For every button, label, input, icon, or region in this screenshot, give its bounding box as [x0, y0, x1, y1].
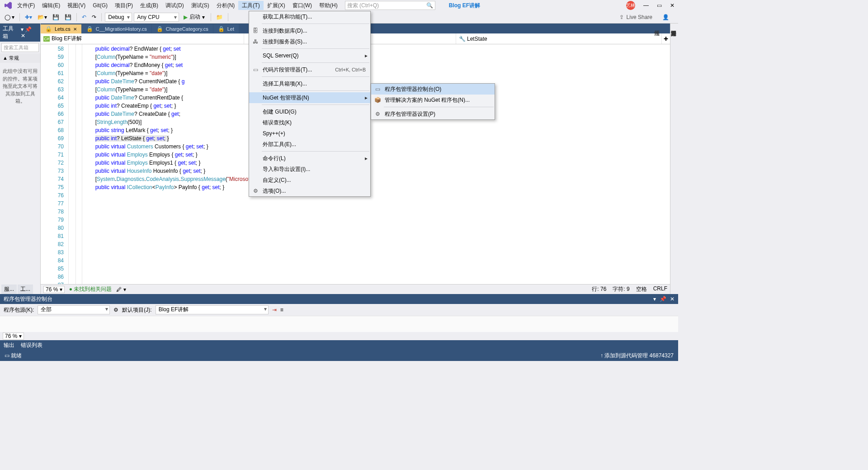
toolbox-bottom-tabs: 服... 工... [0, 284, 40, 294]
menu-分析(N)[interactable]: 分析(N) [213, 1, 239, 10]
list-icon[interactable]: ≡ [280, 307, 283, 313]
tools-命令行(L)[interactable]: 命令行(L)▸ [249, 153, 370, 164]
redo-button[interactable]: ↷ [90, 13, 98, 21]
menu-编辑(E)[interactable]: 编辑(E) [38, 1, 64, 10]
db-icon: 🗄 [252, 28, 259, 34]
pkg-zoom[interactable]: 76 % ▾ [3, 332, 24, 340]
pkg-console-header: 程序包管理器控制台 ▾📌✕ [0, 294, 678, 304]
search-icon: 🔍 [426, 2, 433, 9]
solution-explorer-collapsed[interactable]: 解决方案资源管理器 [670, 26, 677, 291]
status-icon: ▭ [5, 352, 9, 359]
new-item-button[interactable]: ✚▾ [23, 13, 34, 21]
tools-自定义(C)...[interactable]: 自定义(C)... [249, 175, 370, 185]
maximize-button[interactable]: ▭ [657, 2, 662, 9]
tab-Lets.cs[interactable]: 🔒Lets.cs ✕ [41, 24, 81, 33]
menu-测试(S)[interactable]: 测试(S) [188, 1, 213, 10]
dropdown-icon[interactable]: ▾ [653, 296, 656, 302]
editor-status-bar: 76 % ▾ ● 未找到相关问题 🖉 ▾ 行: 76 字符: 9 空格 CRLF [41, 284, 670, 294]
tools-选择工具箱项(X)...[interactable]: 选择工具箱项(X)... [249, 78, 370, 89]
minimize-button[interactable]: — [643, 2, 649, 9]
toolbox-search[interactable]: 搜索工具箱 [1, 43, 39, 52]
config-combo[interactable]: Debug [105, 13, 132, 22]
toolbox-empty-msg: 此组中没有可用的控件。将某项拖至此文本可将其添加到工具箱。 [0, 63, 40, 109]
menu-帮助(H)[interactable]: 帮助(H) [316, 1, 341, 10]
tools-错误查找(K)[interactable]: 错误查找(K) [249, 117, 370, 128]
toolbox-tab[interactable]: 工... [18, 285, 33, 294]
feedback-icon[interactable]: 🖉 ▾ [116, 286, 126, 293]
menu-窗口(W)[interactable]: 窗口(W) [289, 1, 316, 10]
tools-连接到数据库(D)...[interactable]: 🗄连接到数据库(D)... [249, 25, 370, 36]
pkg-toolbar: 程序包源(K): 全部 ⚙ 默认项目(J): Blog EF讲解 ⇥ ≡ [0, 304, 678, 316]
solution-name[interactable]: Blog EF讲解 [445, 1, 484, 10]
start-debug-button[interactable]: ▶启动 ▾ [181, 12, 208, 22]
output-tab[interactable]: 输出 [4, 342, 14, 349]
close-icon[interactable]: ✕ [670, 296, 675, 302]
tools-Spy++(+)[interactable]: Spy++(+) [249, 128, 370, 139]
lock-icon: 🔒 [156, 26, 163, 32]
tools-连接到服务器(S)...[interactable]: 🖧连接到服务器(S)... [249, 36, 370, 47]
tab-C__MigrationHistory.cs[interactable]: 🔒C__MigrationHistory.cs [82, 24, 151, 33]
close-button[interactable]: ✕ [670, 2, 675, 9]
toolbar-btn-1[interactable]: 📁 [214, 13, 225, 21]
pin-icon[interactable]: 📌 [660, 296, 666, 302]
close-tab-icon[interactable]: ✕ [73, 27, 77, 32]
nav-member-combo[interactable]: 🔧LetState [456, 33, 662, 44]
pkg-console-content[interactable] [0, 316, 678, 332]
status-ready: 就绪 [11, 352, 22, 360]
status-bar: ▭ 就绪 ↑ 添加到源代码管理 46874327 [0, 350, 678, 361]
save-all-button[interactable]: 💾 [63, 13, 73, 21]
menu-调试(D)[interactable]: 调试(D) [162, 1, 188, 10]
lock-icon: 🔒 [86, 26, 93, 32]
tools-NuGet 包管理器(N)[interactable]: NuGet 包管理器(N)▸ [249, 92, 370, 103]
server-explorer-tab[interactable]: 服... [1, 285, 17, 294]
pkg-src-combo[interactable]: 全部 [38, 305, 110, 314]
nav-project-combo[interactable]: C#Blog EF讲解 [41, 33, 244, 44]
indent-icon[interactable]: ⇥ [272, 307, 277, 313]
menu-工具(T)[interactable]: 工具(T) [238, 1, 263, 10]
pkg-proj-combo[interactable]: Blog EF讲解 [156, 305, 269, 314]
gear-icon[interactable]: ⚙ [113, 307, 118, 313]
menu-文件(F)[interactable]: 文件(F) [14, 1, 38, 10]
gear-icon: ⚙ [374, 111, 381, 117]
menu-生成(B)[interactable]: 生成(B) [137, 1, 162, 10]
menu-扩展(X)[interactable]: 扩展(X) [264, 1, 289, 10]
menubar: 文件(F)编辑(E)视图(V)Git(G)项目(P)生成(B)调试(D)测试(S… [0, 0, 678, 11]
vs-logo-icon [4, 1, 13, 10]
save-button[interactable]: 💾 [51, 13, 61, 21]
tools-导入和导出设置(I)...[interactable]: 导入和导出设置(I)... [249, 164, 370, 175]
tab-Let[interactable]: 🔒Let [213, 24, 239, 33]
zoom-combo[interactable]: 76 % ▾ [43, 286, 65, 293]
tools-外部工具(E)...[interactable]: 外部工具(E)... [249, 139, 370, 150]
open-button[interactable]: 📂▾ [36, 13, 49, 21]
live-share-button[interactable]: ⇪Live Share 👤 [619, 14, 675, 20]
pkg-icon: 📦 [374, 97, 381, 103]
back-button[interactable]: ◯ ▾ [3, 13, 16, 21]
issues-indicator[interactable]: ● 未找到相关问题 [69, 285, 112, 293]
chevron-right-icon: ▸ [365, 95, 368, 101]
errorlist-tab[interactable]: 错误列表 [21, 342, 42, 349]
pin-icon[interactable]: ▾ 📌 ✕ [21, 26, 38, 39]
lock-icon: 🔒 [218, 26, 225, 32]
pkg-src-label: 程序包源(K): [4, 306, 34, 314]
menu-Git(G)[interactable]: Git(G) [89, 1, 111, 10]
menu-视图(V)[interactable]: 视图(V) [64, 1, 89, 10]
split-icon[interactable]: ✚ [662, 36, 670, 42]
code-content[interactable]: public decimal? EndWater { get; set [Col… [82, 44, 670, 284]
nuget-程序包管理器设置(P)[interactable]: ⚙程序包管理器设置(P) [371, 109, 495, 119]
toolbox-group[interactable]: ▲ 常规 [0, 53, 40, 63]
nuget-程序包管理器控制台(O)[interactable]: ▭程序包管理器控制台(O) [371, 84, 495, 95]
tools-创建 GUID(G)[interactable]: 创建 GUID(G) [249, 106, 370, 117]
undo-button[interactable]: ↶ [80, 13, 88, 21]
user-avatar[interactable]: 艺林 [626, 1, 635, 10]
lock-icon: 🔒 [45, 26, 52, 32]
tools-选项(O)...[interactable]: ⚙选项(O)... [249, 185, 370, 196]
menu-search-input[interactable]: 搜索 (Ctrl+Q)🔍 [345, 1, 435, 10]
nuget-管理解决方案的 NuGet 程序包(N)...[interactable]: 📦管理解决方案的 NuGet 程序包(N)... [371, 95, 495, 105]
platform-combo[interactable]: Any CPU [134, 13, 179, 22]
tools-代码片段管理器(T)...[interactable]: ▭代码片段管理器(T)...Ctrl+K, Ctrl+B [249, 64, 370, 75]
menu-项目(P)[interactable]: 项目(P) [111, 1, 137, 10]
tools-获取工具和功能(T)...[interactable]: 获取工具和功能(T)... [249, 11, 370, 22]
tab-ChargeCategory.cs[interactable]: 🔒ChargeCategory.cs [152, 24, 213, 33]
tools-SQL Server(Q)[interactable]: SQL Server(Q)▸ [249, 50, 370, 61]
source-control-status[interactable]: ↑ 添加到源代码管理 46874327 [600, 352, 674, 360]
